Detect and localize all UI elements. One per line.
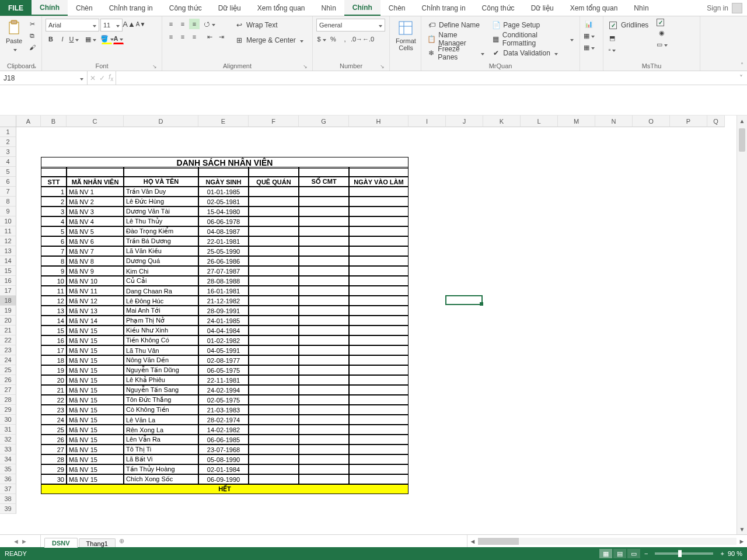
cell[interactable]	[299, 345, 349, 355]
cell[interactable]	[299, 355, 349, 365]
cell[interactable]: 7	[41, 246, 67, 256]
cell[interactable]: Mã NV 4	[67, 216, 124, 226]
cell[interactable]	[299, 197, 349, 206]
cell[interactable]: 9	[41, 266, 67, 276]
vscroll-thumb[interactable]	[739, 128, 745, 152]
cell[interactable]	[249, 385, 299, 395]
cell[interactable]	[349, 216, 409, 226]
cell[interactable]	[249, 345, 299, 355]
cell[interactable]	[249, 444, 299, 454]
cell[interactable]: 19	[41, 365, 67, 375]
misc-icon-2[interactable]: ▦	[584, 30, 594, 41]
orientation-button[interactable]: ⭯	[204, 19, 215, 29]
ribbon-tab-chính[interactable]: Chính	[344, 0, 381, 16]
cell[interactable]: Tiền Không Có	[124, 335, 198, 345]
borders-button[interactable]: ▦	[85, 34, 96, 44]
cell[interactable]	[299, 435, 349, 444]
cell[interactable]: Mã NV 13	[67, 306, 124, 316]
zoom-in-button[interactable]: +	[720, 550, 724, 557]
cell[interactable]: 29	[41, 464, 67, 474]
ribbon-tab-dữ liệu[interactable]: Dữ liệu	[523, 0, 562, 16]
col-header-K[interactable]: K	[483, 116, 521, 127]
cell[interactable]: 25	[41, 425, 67, 435]
row-header-4[interactable]: 4	[0, 157, 16, 167]
row-header-21[interactable]: 21	[0, 326, 16, 335]
cell[interactable]	[299, 266, 349, 276]
cell[interactable]: 27-07-1987	[198, 266, 249, 276]
cell[interactable]	[349, 276, 409, 286]
cell[interactable]: Rên Xong La	[124, 425, 198, 435]
ribbon-tab-nhìn[interactable]: Nhìn	[626, 0, 657, 16]
cell[interactable]: 04-05-1991	[198, 345, 249, 355]
cell[interactable]	[349, 236, 409, 246]
cell[interactable]: Mã NV 2	[67, 197, 124, 206]
formula-input[interactable]	[116, 71, 735, 85]
row-header-33[interactable]: 33	[0, 444, 16, 454]
format-painter-button[interactable]: 🖌	[27, 42, 37, 52]
cell[interactable]: 06-06-1985	[198, 435, 249, 444]
ribbon-tab-3[interactable]: Công thức	[161, 0, 210, 16]
misc-icon-7[interactable]: ▭	[657, 39, 667, 50]
cell[interactable]	[299, 216, 349, 226]
comma-button[interactable]: ,	[340, 34, 350, 44]
cell[interactable]: 28	[41, 454, 67, 464]
cell[interactable]: 14	[41, 316, 67, 326]
row-header-14[interactable]: 14	[0, 256, 16, 266]
cell[interactable]	[249, 286, 299, 296]
cell[interactable]: HẾT	[41, 484, 409, 494]
cell[interactable]	[349, 355, 409, 365]
cell[interactable]	[349, 395, 409, 405]
cell[interactable]: 21	[41, 385, 67, 395]
cell[interactable]	[299, 286, 349, 296]
col-header-F[interactable]: F	[249, 116, 299, 127]
cell[interactable]	[349, 335, 409, 345]
cell[interactable]	[349, 197, 409, 206]
cell[interactable]: Lê Đức Hùng	[124, 197, 198, 206]
row-header-12[interactable]: 12	[0, 236, 16, 246]
cell[interactable]: Mã NV 15	[67, 435, 124, 444]
add-sheet-button[interactable]: ⊕	[116, 535, 128, 547]
cell[interactable]: 23-07-1968	[198, 444, 249, 454]
misc-icon-1[interactable]: 📊	[584, 19, 594, 29]
cell[interactable]: Mã NV 15	[67, 395, 124, 405]
cell[interactable]	[349, 375, 409, 385]
paste-button[interactable]: Paste	[4, 19, 25, 54]
row-header-16[interactable]: 16	[0, 276, 16, 286]
align-top-button[interactable]: ≡	[166, 19, 176, 29]
cell[interactable]	[349, 435, 409, 444]
cell[interactable]	[67, 167, 124, 177]
cell[interactable]: Mã NV 15	[67, 474, 124, 484]
row-header-1[interactable]: 1	[0, 127, 16, 137]
cell[interactable]: 14-02-1982	[198, 425, 249, 435]
bold-button[interactable]: B	[46, 34, 56, 44]
cell[interactable]: Nông Văn Dền	[124, 355, 198, 365]
cell[interactable]	[349, 385, 409, 395]
fx-button[interactable]: fx	[109, 73, 113, 82]
cell[interactable]	[249, 474, 299, 484]
misc-icon-6[interactable]: ◉	[657, 27, 667, 38]
cell[interactable]: HỌ VÀ TÊN	[124, 177, 198, 187]
cell[interactable]: Mai Anh Tới	[124, 306, 198, 316]
cell[interactable]	[349, 246, 409, 256]
ribbon-tab-4[interactable]: Dữ liệu	[210, 0, 249, 16]
accept-fx-button[interactable]: ✓	[99, 74, 105, 82]
cell[interactable]: 02-01-1984	[198, 464, 249, 474]
cell[interactable]: 01-01-1985	[198, 187, 249, 197]
cell[interactable]: 5	[41, 226, 67, 236]
col-header-O[interactable]: O	[633, 116, 670, 127]
row-header-10[interactable]: 10	[0, 216, 16, 226]
ribbon-tab-chỉnh trang in[interactable]: Chỉnh trang in	[414, 0, 474, 16]
format-cells-button[interactable]: FormatCells	[393, 19, 418, 52]
cell[interactable]	[299, 206, 349, 216]
cell[interactable]: 04-08-1987	[198, 226, 249, 236]
cell[interactable]: 22-11-1981	[198, 375, 249, 385]
cell[interactable]	[349, 326, 409, 335]
name-box[interactable]: J18	[0, 71, 88, 85]
cell[interactable]: Mã NV 15	[67, 405, 124, 415]
cell[interactable]	[249, 296, 299, 306]
cell[interactable]: 26	[41, 435, 67, 444]
cell[interactable]: MÃ NHÂN VIÊN	[67, 177, 124, 187]
cell[interactable]	[349, 266, 409, 276]
cell[interactable]: 12	[41, 296, 67, 306]
ribbon-tab-6[interactable]: Nhìn	[313, 0, 344, 16]
